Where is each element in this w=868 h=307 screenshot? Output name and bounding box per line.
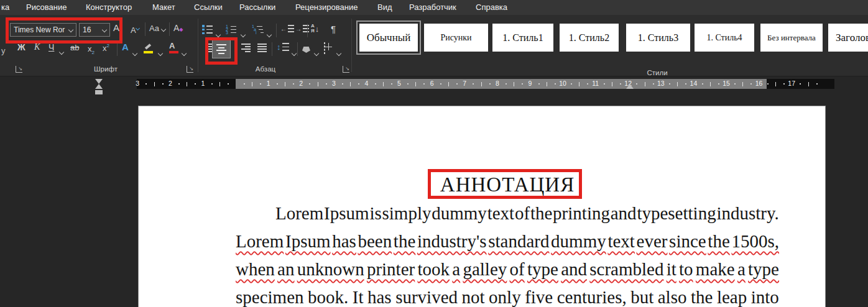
ruler-dot xyxy=(473,83,474,85)
right-indent-marker[interactable] xyxy=(626,84,634,89)
ribbon-tab-bar: каРисованиеКонструкторМакетСсылкиРассылк… xyxy=(0,0,868,15)
misspelled-word: scrambled xyxy=(589,259,663,280)
line-spacing-chevron-icon[interactable] xyxy=(292,47,296,58)
style-card[interactable]: Обычный xyxy=(359,24,418,52)
bullets-chevron-icon[interactable] xyxy=(216,29,220,40)
first-line-indent-marker[interactable] xyxy=(95,79,103,84)
ruler-dot xyxy=(211,83,213,85)
font-size-combobox[interactable]: 16 xyxy=(79,23,110,37)
misspelled-word: but xyxy=(630,287,653,307)
ruler-number: 10 xyxy=(559,80,566,87)
ruler-dot xyxy=(260,83,261,85)
align-center-button-selected[interactable] xyxy=(212,40,231,58)
font-dialog-launcher-icon[interactable]: ↘ xyxy=(187,66,193,73)
underline-button[interactable]: Ч xyxy=(48,42,54,52)
word: text xyxy=(487,203,515,224)
highlighter-pen-icon xyxy=(144,45,152,51)
borders-button[interactable] xyxy=(324,43,325,54)
ruler-tick xyxy=(285,82,285,86)
clipboard-dialog-launcher-icon[interactable]: ↘ xyxy=(16,66,22,73)
misspelled-word: it xyxy=(667,259,676,280)
style-card[interactable]: 1. Стиль2 xyxy=(560,24,619,52)
line-spacing-button[interactable]: ↕ xyxy=(277,42,289,52)
word: and xyxy=(611,203,637,224)
highlight-chevron-icon[interactable] xyxy=(159,47,162,58)
menu-tab-7[interactable]: Рецензирование xyxy=(295,2,358,12)
menu-tab-2[interactable]: Рисование xyxy=(26,2,67,12)
style-card[interactable]: Рисунки xyxy=(424,24,488,52)
misspelled-word: a xyxy=(452,259,460,280)
misspelled-word: galley xyxy=(463,259,507,280)
bullets-button[interactable] xyxy=(202,25,213,34)
left-indent-marker[interactable] xyxy=(95,90,103,94)
ruler-dot xyxy=(326,83,327,85)
style-card[interactable]: Без интервала xyxy=(760,24,823,52)
misspelled-word: survived xyxy=(395,287,458,307)
sort-button[interactable]: АЯ ↓ xyxy=(311,24,319,34)
italic-button[interactable]: К xyxy=(34,42,40,52)
paragraph-dialog-launcher-icon[interactable]: ↘ xyxy=(343,66,349,73)
ruler-tick xyxy=(219,82,220,86)
ruler-dot xyxy=(456,83,458,85)
shrink-font-icon: А xyxy=(131,25,136,35)
ruler-dot xyxy=(195,83,196,85)
shading-button[interactable] xyxy=(302,44,310,55)
align-right-button[interactable] xyxy=(241,44,251,52)
shrink-font-button[interactable]: А xyxy=(131,24,139,35)
clipped-menu-tab[interactable]: ка xyxy=(1,2,9,12)
menu-tab-9[interactable]: Разработчик xyxy=(409,2,456,12)
change-case-button[interactable]: Aa xyxy=(149,24,165,33)
grow-font-button[interactable]: Аˆ xyxy=(113,22,121,33)
ruler-dot xyxy=(162,83,164,85)
menu-tab-4[interactable]: Макет xyxy=(152,2,175,12)
underline-options-chevron-icon[interactable] xyxy=(60,46,63,57)
misspelled-word: five xyxy=(525,287,553,307)
text-highlight-button[interactable] xyxy=(144,42,152,53)
style-card[interactable]: Заголов xyxy=(828,24,868,52)
ruler-tick xyxy=(448,82,449,86)
misspelled-word: make xyxy=(696,259,735,280)
word: typesetting xyxy=(637,203,716,224)
shading-chevron-icon[interactable] xyxy=(315,47,318,58)
menu-tab-6[interactable]: Рассылки xyxy=(239,2,275,12)
font-color-button[interactable]: А xyxy=(169,41,175,50)
menu-tab-5[interactable]: Ссылки xyxy=(194,2,223,12)
text-effects-chevron-icon[interactable] xyxy=(133,47,137,58)
ruler-tick xyxy=(481,82,482,86)
multilevel-chevron-icon[interactable] xyxy=(267,29,271,40)
hanging-indent-marker[interactable] xyxy=(95,84,103,89)
clear-formatting-button[interactable]: А◆ xyxy=(173,23,183,33)
word: of xyxy=(515,203,530,224)
menu-tab-10[interactable]: Справка xyxy=(476,2,507,12)
numbering-chevron-icon[interactable] xyxy=(241,29,245,40)
bold-button[interactable]: Ж xyxy=(17,42,25,52)
ruler-dot xyxy=(587,83,588,85)
subscript-button[interactable]: x2 xyxy=(88,43,95,55)
style-card[interactable]: 1. Стиль3 xyxy=(626,24,690,52)
numbering-button[interactable]: 1 2 3 xyxy=(226,25,236,34)
ruler-tick xyxy=(808,82,809,86)
menu-tab-8[interactable]: Вид xyxy=(377,2,392,12)
ruler-dot xyxy=(718,83,719,85)
show-marks-button[interactable]: ¶ xyxy=(331,24,336,34)
ruler-dot xyxy=(702,83,703,85)
font-name-combobox[interactable]: Times New Ror xyxy=(10,23,76,37)
superscript-button[interactable]: x2 xyxy=(103,42,109,53)
style-card[interactable]: 1. Стиль1 xyxy=(492,24,553,52)
ruler-number: 1 xyxy=(201,80,205,87)
borders-chevron-icon[interactable] xyxy=(337,47,341,58)
numbered-list-icon: 1 2 3 xyxy=(226,25,236,34)
font-color-chevron-icon[interactable] xyxy=(182,47,186,58)
multilevel-list-button[interactable]: 1 a i xyxy=(252,25,264,34)
document-page[interactable]: АННОТАЦИЯ LoremIpsumissimplydummytextoft… xyxy=(138,106,826,307)
text-effects-button[interactable]: А xyxy=(122,42,129,52)
decrease-indent-button[interactable]: ← xyxy=(280,25,294,32)
strikethrough-button[interactable]: ab xyxy=(70,43,79,52)
style-card[interactable]: 1. Стиль4 xyxy=(695,24,754,52)
ruler-dot xyxy=(816,83,818,85)
menu-tab-3[interactable]: Конструктор xyxy=(86,2,132,12)
ruler-number: 11 xyxy=(592,80,599,87)
misspelled-word: been xyxy=(358,231,392,252)
horizontal-ruler[interactable]: 3211234567891011121314151617 xyxy=(137,79,834,89)
justify-button[interactable] xyxy=(257,44,267,52)
